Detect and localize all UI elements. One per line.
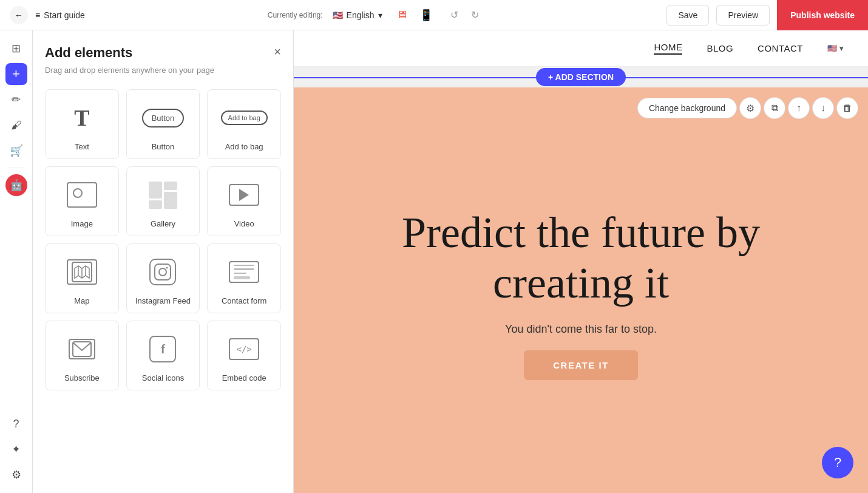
settings-icon: ⚙ bbox=[12, 468, 21, 481]
pen-tool-button[interactable]: ✏ bbox=[5, 89, 27, 110]
button-element-label: Button bbox=[152, 142, 175, 151]
panel-header: Add elements × bbox=[45, 45, 281, 61]
change-background-button[interactable]: Change background bbox=[637, 98, 737, 118]
element-social-icons[interactable]: f Social icons bbox=[126, 321, 200, 390]
question-icon: ? bbox=[13, 418, 19, 430]
robot-button[interactable]: 🤖 bbox=[5, 174, 27, 196]
left-toolbar: ⊞ + ✏ 🖌 🛒 🤖 ? ✦ ⚙ bbox=[0, 30, 33, 493]
add-to-bag-element-label: Add to bag bbox=[225, 142, 263, 151]
text-element-label: Text bbox=[75, 142, 89, 151]
element-add-to-bag[interactable]: Add to bag Add to bag bbox=[207, 89, 281, 159]
element-map[interactable]: Map bbox=[45, 243, 119, 313]
gallery-element-icon bbox=[144, 177, 181, 213]
close-panel-button[interactable]: × bbox=[274, 45, 281, 59]
language-selector[interactable]: 🇺🇸 English ▾ bbox=[333, 10, 382, 20]
add-elements-panel: Add elements × Drag and drop elements an… bbox=[33, 30, 294, 493]
redo-icon: ↻ bbox=[471, 9, 479, 21]
element-contact-form[interactable]: Contact form bbox=[207, 243, 281, 313]
add-elements-button[interactable]: + bbox=[5, 63, 27, 85]
add-section-bar: + ADD SECTION bbox=[294, 67, 868, 87]
chat-widget[interactable]: ? bbox=[822, 447, 853, 478]
settings-icon: ⚙ bbox=[746, 103, 754, 114]
delete-icon: 🗑 bbox=[843, 103, 852, 114]
toolbar-divider bbox=[7, 168, 25, 168]
preview-button[interactable]: Preview bbox=[716, 5, 770, 25]
section-move-up-button[interactable]: ↑ bbox=[788, 97, 810, 119]
desktop-device-button[interactable]: 🖥 bbox=[392, 5, 412, 25]
cart-button[interactable]: 🛒 bbox=[5, 140, 27, 162]
topbar-right: Save Preview Publish website bbox=[666, 0, 858, 30]
element-button[interactable]: Button Button bbox=[126, 89, 200, 159]
back-button[interactable]: ← bbox=[10, 6, 28, 24]
undo-button[interactable]: ↺ bbox=[446, 6, 464, 24]
element-video[interactable]: Video bbox=[207, 166, 281, 236]
site-navigation: HOME BLOG CONTACT 🇺🇸 ▾ bbox=[294, 30, 868, 67]
chat-icon: ? bbox=[834, 455, 841, 471]
robot-icon: 🤖 bbox=[10, 178, 23, 192]
element-instagram[interactable]: Instagram Feed bbox=[126, 243, 200, 313]
publish-button[interactable]: Publish website bbox=[777, 0, 868, 30]
video-element-icon bbox=[226, 177, 262, 213]
element-subscribe[interactable]: Subscribe bbox=[45, 321, 119, 390]
section-settings-button[interactable]: ⚙ bbox=[739, 97, 761, 119]
redo-button[interactable]: ↻ bbox=[466, 6, 484, 24]
nav-home[interactable]: HOME bbox=[654, 42, 682, 55]
button-element-icon: Button bbox=[144, 100, 181, 136]
element-embed-code[interactable]: </> Embed code bbox=[207, 321, 281, 390]
section-delete-button[interactable]: 🗑 bbox=[836, 97, 858, 119]
element-image[interactable]: Image bbox=[45, 166, 119, 236]
add-to-bag-element-icon: Add to bag bbox=[226, 100, 262, 136]
subscribe-element-icon bbox=[64, 331, 100, 367]
section-move-down-button[interactable]: ↓ bbox=[812, 97, 834, 119]
question-button[interactable]: ? bbox=[5, 413, 27, 435]
brush-icon: 🖌 bbox=[11, 119, 22, 132]
elements-grid: T Text Button Button Add to bag Add to b… bbox=[45, 89, 281, 390]
gallery-element-label: Gallery bbox=[151, 219, 175, 228]
layers-icon-button[interactable]: ⊞ bbox=[5, 38, 27, 59]
svg-rect-4 bbox=[155, 264, 171, 280]
section-copy-button[interactable]: ⧉ bbox=[764, 97, 785, 119]
element-gallery[interactable]: Gallery bbox=[126, 166, 200, 236]
map-element-label: Map bbox=[74, 296, 89, 305]
image-element-icon bbox=[64, 177, 100, 213]
flag-emoji: 🇺🇸 bbox=[827, 44, 837, 53]
hero-cta-button[interactable]: CREATE IT bbox=[524, 350, 638, 380]
translate-icon: ✦ bbox=[12, 443, 21, 456]
nav-blog[interactable]: BLOG bbox=[707, 43, 733, 53]
contact-form-element-icon bbox=[226, 254, 262, 290]
svg-point-5 bbox=[159, 268, 166, 276]
topbar-center: Currently editing: 🇺🇸 English ▾ 🖥 📱 ↺ ↻ bbox=[268, 5, 484, 25]
element-text[interactable]: T Text bbox=[45, 89, 119, 159]
add-section-button[interactable]: + ADD SECTION bbox=[536, 68, 626, 86]
mobile-device-button[interactable]: 📱 bbox=[416, 5, 436, 25]
copy-icon: ⧉ bbox=[771, 103, 778, 114]
undo-redo-controls: ↺ ↻ bbox=[446, 6, 484, 24]
svg-rect-7 bbox=[73, 342, 91, 356]
flag-chevron: ▾ bbox=[839, 44, 844, 53]
topbar-left: ← ≡ Start guide bbox=[10, 6, 85, 24]
flag-icon: 🇺🇸 bbox=[333, 10, 343, 20]
arrow-up-icon: ↑ bbox=[796, 103, 801, 114]
hero-title: Predict the future by creating it bbox=[368, 208, 793, 308]
mobile-icon: 📱 bbox=[419, 8, 433, 22]
map-element-icon bbox=[64, 254, 100, 290]
settings-button[interactable]: ⚙ bbox=[5, 464, 27, 486]
back-icon: ← bbox=[15, 10, 23, 20]
social-icons-element-label: Social icons bbox=[142, 373, 184, 382]
brush-tool-button[interactable]: 🖌 bbox=[5, 114, 27, 136]
subscribe-element-label: Subscribe bbox=[64, 373, 100, 382]
arrow-down-icon: ↓ bbox=[821, 103, 826, 114]
svg-point-6 bbox=[166, 267, 168, 269]
editing-label: Currently editing: bbox=[268, 11, 323, 19]
nav-language-flag[interactable]: 🇺🇸 ▾ bbox=[827, 44, 844, 53]
hero-subtitle: You didn't come this far to stop. bbox=[505, 323, 657, 336]
start-guide-label: Start guide bbox=[44, 10, 85, 20]
translate-button[interactable]: ✦ bbox=[5, 438, 27, 460]
save-button[interactable]: Save bbox=[666, 5, 709, 25]
nav-contact[interactable]: CONTACT bbox=[758, 43, 803, 53]
start-guide[interactable]: ≡ Start guide bbox=[35, 10, 85, 20]
add-icon: + bbox=[12, 66, 20, 82]
instagram-element-label: Instagram Feed bbox=[135, 296, 191, 305]
desktop-icon: 🖥 bbox=[396, 8, 407, 21]
undo-icon: ↺ bbox=[450, 9, 458, 21]
